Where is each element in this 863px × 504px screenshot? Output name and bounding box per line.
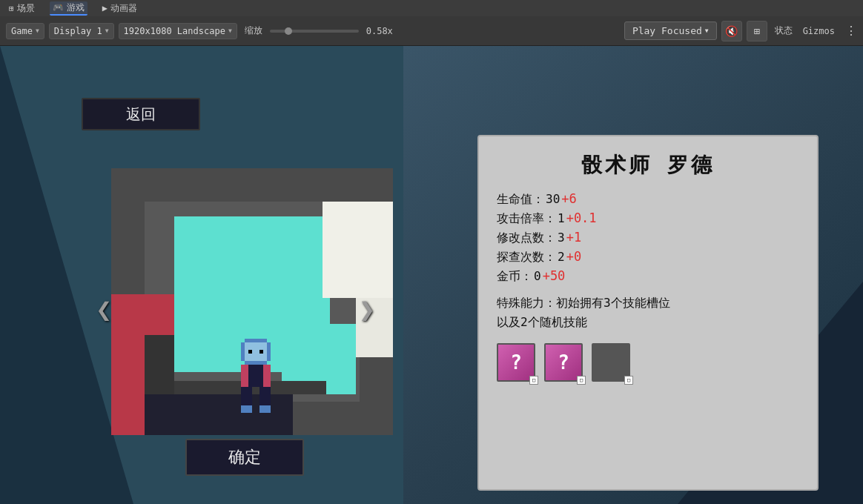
skill-slot-2[interactable]: ? □: [544, 343, 586, 385]
zoom-slider[interactable]: [270, 30, 359, 33]
menu-item-game[interactable]: 🎮 游戏: [50, 1, 87, 16]
pixel-dark-pillar: [145, 335, 174, 394]
resolution-dropdown[interactable]: 1920x1080 Landscape ▼: [119, 23, 237, 39]
more-options-icon[interactable]: ⋮: [845, 24, 857, 38]
special-ability: 特殊能力：初始拥有3个技能槽位 以及2个随机技能: [497, 294, 799, 331]
question-mark-2: ?: [558, 351, 569, 374]
skill-slot-1[interactable]: ? □: [497, 343, 538, 385]
arrow-right-button[interactable]: ❯: [352, 291, 382, 328]
resolution-dropdown-arrow: ▼: [228, 27, 232, 34]
stat-mod: 修改点数： 3 +1: [497, 230, 799, 246]
animator-icon: ▶: [102, 3, 108, 13]
explore-bonus: +0: [566, 249, 581, 264]
gold-base: 0: [534, 269, 541, 283]
game-viewport: 返回 ❮ ❯ 确定 骰术师: [0, 46, 863, 504]
special-line2: 以及2个随机技能: [497, 315, 587, 329]
grid-icon: ⊞: [753, 25, 759, 37]
display-dropdown[interactable]: Display 1 ▼: [49, 23, 114, 39]
skill-slots: ? □ ? □ □: [497, 343, 799, 385]
zoom-thumb[interactable]: [285, 27, 292, 35]
stat-explore: 探查次数： 2 +0: [497, 249, 799, 265]
gamepad-icon: 🎮: [53, 2, 64, 13]
skill-slot-2-corner: □: [577, 376, 586, 385]
arrow-left-button[interactable]: ❮: [89, 291, 119, 328]
display-dropdown-arrow: ▼: [105, 27, 109, 34]
toolbar: Game ▼ Display 1 ▼ 1920x1080 Landscape ▼…: [0, 16, 863, 46]
mod-bonus: +1: [566, 230, 581, 245]
hp-bonus: +6: [561, 191, 576, 206]
back-label: 返回: [126, 105, 156, 125]
stat-hp: 生命值： 30 +6: [497, 191, 799, 208]
confirm-button[interactable]: 确定: [185, 439, 304, 476]
grid-button[interactable]: ⊞: [747, 21, 767, 42]
skill-slot-3-bg: [593, 345, 629, 380]
play-focused-arrow: ▼: [705, 27, 709, 34]
back-button[interactable]: 返回: [82, 98, 200, 130]
display-label: Display 1: [54, 26, 102, 36]
game-dropdown-arrow: ▼: [36, 27, 39, 34]
atk-base: 1: [558, 211, 565, 225]
atk-label: 攻击倍率：: [497, 211, 556, 227]
pixel-white: [323, 202, 393, 298]
gizmos-button[interactable]: Gizmos: [800, 26, 838, 36]
play-focused-label: Play Focused: [632, 25, 702, 36]
character-sprite: [234, 339, 285, 417]
mod-base: 3: [558, 231, 565, 245]
atk-bonus: +0.1: [566, 210, 597, 225]
zoom-label: 缩放: [245, 24, 262, 37]
stat-atk: 攻击倍率： 1 +0.1: [497, 210, 799, 227]
character-display-area: [111, 168, 393, 435]
game-label: Game: [11, 26, 33, 36]
pixel-red-bottom: [111, 379, 145, 435]
skill-slot-2-bg: ?: [546, 345, 581, 380]
resolution-label: 1920x1080 Landscape: [124, 26, 225, 36]
zoom-value: 0.58x: [366, 26, 396, 36]
info-panel: 骰术师 罗德 生命值： 30 +6 攻击倍率： 1 +0.1 修改点数： 3 +…: [477, 135, 819, 491]
character-title: 骰术师 罗德: [497, 151, 799, 179]
skill-slot-3-corner: □: [624, 376, 633, 385]
explore-label: 探查次数：: [497, 250, 556, 265]
menu-item-animator[interactable]: ▶ 动画器: [99, 2, 140, 15]
hp-base: 30: [546, 192, 560, 206]
left-arrow-icon: ❮: [96, 294, 112, 325]
skill-slot-1-bg: ?: [498, 345, 534, 380]
mute-button[interactable]: 🔇: [721, 21, 742, 42]
skill-slot-1-corner: □: [529, 376, 538, 385]
mod-label: 修改点数：: [497, 231, 556, 246]
play-focused-button[interactable]: Play Focused ▼: [624, 21, 717, 40]
gold-bonus: +50: [543, 268, 566, 283]
skill-slot-3[interactable]: □: [592, 343, 633, 385]
gold-label: 金币：: [497, 269, 532, 285]
mute-icon: 🔇: [725, 25, 738, 37]
menu-label-scene: 场景: [17, 2, 35, 15]
confirm-label: 确定: [228, 446, 261, 468]
right-arrow-icon: ❯: [359, 294, 375, 325]
explore-base: 2: [558, 250, 565, 264]
state-button[interactable]: 状态: [772, 24, 796, 37]
menu-label-game: 游戏: [67, 1, 85, 14]
game-dropdown[interactable]: Game ▼: [6, 23, 44, 39]
scene-icon: ⊞: [9, 4, 14, 13]
question-mark-1: ?: [510, 351, 522, 374]
hp-label: 生命值：: [497, 192, 544, 208]
menu-bar: ⊞ 场景 🎮 游戏 ▶ 动画器: [0, 0, 863, 16]
character-stats: 生命值： 30 +6 攻击倍率： 1 +0.1 修改点数： 3 +1 探查次数：…: [497, 191, 799, 285]
stat-gold: 金币： 0 +50: [497, 268, 799, 285]
special-line1: 特殊能力：初始拥有3个技能槽位: [497, 296, 670, 310]
menu-label-animator: 动画器: [110, 2, 137, 15]
menu-item-scene[interactable]: ⊞ 场景: [6, 2, 38, 15]
